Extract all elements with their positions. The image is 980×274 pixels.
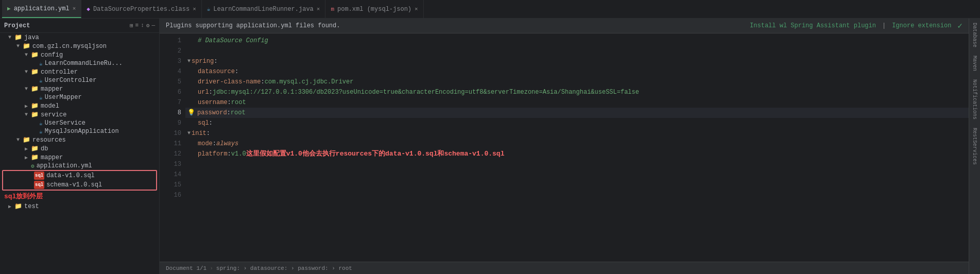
folder-db-icon: 📁 [31,145,39,152]
java-file-icon-uc: ☕ [39,77,43,84]
tree-item-schema-sql[interactable]: sql schema-v1.0.sql [3,180,156,190]
panel-restservices[interactable]: RestServices [971,126,978,167]
status-sep: › [210,265,213,271]
code-l10-key: init [192,128,207,139]
arrow-service: ▼ [25,112,31,117]
code-l11-val: always [216,139,238,149]
java-file-icon-learn: ☕ [39,60,43,67]
tab-yaml-close[interactable]: × [73,6,76,12]
code-l4-ds: datasource [198,66,235,77]
sidebar-icon-collapse[interactable]: ≡ [135,22,139,29]
tab-xml-close[interactable]: × [415,6,418,12]
tree-item-learnrunner[interactable]: ☕ LearnCommandLineRu... [0,59,159,67]
code-l3-colon: : [214,56,217,66]
ln-10: 10 [160,128,181,139]
code-line-16 [185,190,969,200]
fold-arrow-10[interactable]: ▼ [187,128,191,139]
panel-database[interactable]: Database [971,21,978,49]
code-line-1: # DataSource Config [185,36,969,46]
code-l7-colon: : [228,97,231,108]
java-icon: ☕ [207,6,211,12]
tree-item-model[interactable]: ▶ 📁 model [0,101,159,110]
tab-java-close[interactable]: × [317,6,320,12]
install-plugin-link[interactable]: Install wl Spring Assistant plugin [750,22,876,29]
tree-item-resources[interactable]: ▼ 📁 resources [0,135,159,144]
code-l7-key: username [198,97,228,108]
code-content[interactable]: # DataSource Config ▼ spring: datasource… [185,33,969,262]
tree-label-db: db [41,145,48,152]
code-l4-colon: : [235,66,238,77]
tree-item-data-sql[interactable]: sql data-v1.0.sql [3,171,156,180]
bulb-icon-8[interactable]: 💡 [187,108,195,118]
tree-item-package[interactable]: ▼ 📁 com.gzl.cn.mysqljson [0,42,159,50]
tree-label-model: model [41,102,59,110]
tab-xml[interactable]: m pom.xml (mysql-json) × [325,0,423,18]
folder-test-icon: 📁 [14,202,22,210]
code-l12-colon: : [228,149,231,159]
tree-label-config: config [41,52,63,59]
tab-java[interactable]: ☕ LearnCommandLineRunner.java × [202,0,326,18]
ln-9: 9 [160,118,181,128]
code-line-10: ▼ init: [185,128,969,139]
folder-resources-icon: 📁 [23,136,30,144]
sidebar-title: Project [4,22,30,29]
code-l8-colon: : [227,108,231,118]
code-l9-key: sql [198,118,209,128]
tree-label-usercontroller: UserController [45,77,97,84]
sidebar-icon-layout[interactable]: ⊞ [130,22,133,29]
panel-notifications[interactable]: Notifications [971,77,978,122]
folder-mapper2-icon: 📁 [31,153,39,161]
java-file-icon-mja: ☕ [39,128,43,135]
tab-yaml[interactable]: ▶ application.yml × [2,0,81,18]
java-file-icon-us: ☕ [39,120,43,127]
tree-item-mapper[interactable]: ▼ 📁 mapper [0,84,159,93]
tree-item-service[interactable]: ▼ 📁 service [0,110,159,119]
code-line-14 [185,169,969,180]
code-editor[interactable]: 1 2 3 4 5 6 7 8 9 10 11 12 13 14 15 16 [160,33,969,262]
tree-item-usercontroller[interactable]: ☕ UserController [0,76,159,84]
sql-icon-data: sql [34,172,44,180]
fold-arrow-3[interactable]: ▼ [187,56,191,66]
sql-annotation-text: sql放到外层 [4,192,43,201]
ignore-extension-link[interactable]: Ignore extension [892,22,951,29]
tab-class-close[interactable]: × [193,6,196,12]
tab-class[interactable]: ◆ DataSourceProperties.class × [81,0,201,18]
yaml-icon: ▶ [7,5,11,12]
tree-item-usermapper[interactable]: ☕ UserMapper [0,93,159,101]
tree-item-controller[interactable]: ▼ 📁 controller [0,67,159,76]
panel-maven[interactable]: Maven [971,54,978,73]
tree-item-config[interactable]: ▼ 📁 config [0,50,159,59]
xml-icon: m [331,6,334,12]
tree-item-test[interactable]: ▶ 📁 test [0,202,159,211]
code-line-5: driver-class-name: com.mysql.cj.jdbc.Dri… [185,77,969,87]
tree-item-db[interactable]: ▶ 📁 db [0,144,159,153]
ln-4: 4 [160,66,181,77]
sidebar-icon-gear[interactable]: ⚙ [146,22,150,29]
tree-item-java[interactable]: ▼ 📁 java [0,33,159,42]
sidebar-icon-sort[interactable]: ↕ [141,22,144,29]
tree-item-mysqljsonapp[interactable]: ☕ MysqlJsonApplication [0,127,159,135]
ln-14: 14 [160,169,181,180]
tree-label-userservice: UserService [45,119,85,127]
tree-label-resources: resources [32,136,66,144]
code-l8-val: root [231,108,246,118]
notification-left: Plugins supporting application.yml files… [166,22,340,29]
sidebar-icon-minus[interactable]: — [151,22,155,29]
folder-service-icon: 📁 [31,111,39,118]
tree-item-mapper2[interactable]: ▶ 📁 mapper [0,153,159,162]
tree-item-appyml[interactable]: ⚙ application.yml [0,162,159,170]
ln-3: 3 [160,56,181,66]
ln-5: 5 [160,77,181,87]
code-line-11: mode: always [185,139,969,149]
code-l12-val: v1.0 [231,149,246,159]
code-l11-key: mode [198,139,213,149]
arrow-package: ▼ [16,43,23,49]
notif-sep: | [882,22,886,29]
sql-files-box: sql data-v1.0.sql sql schema-v1.0.sql [2,170,157,191]
tree-label-appyml: application.yml [37,162,92,169]
tree-item-userservice[interactable]: ☕ UserService [0,119,159,127]
arrow-config: ▼ [25,52,31,58]
folder-java-icon: 📁 [14,33,22,41]
tab-yaml-label: application.yml [14,5,70,12]
tab-xml-label: pom.xml (mysql-json) [337,6,411,13]
